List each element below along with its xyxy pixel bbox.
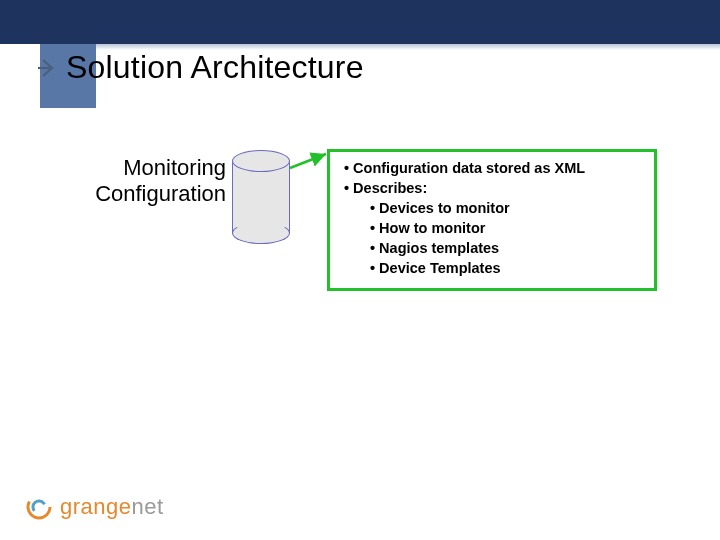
callout-box: Configuration data stored as XML Describ… [327,149,657,291]
cylinder-label-line1: Monitoring [66,155,226,181]
logo-text-primary: grange [60,494,132,519]
header-navy-bar [0,0,720,44]
slide: Solution Architecture Monitoring Configu… [0,0,720,540]
callout-list: Configuration data stored as XML Describ… [338,158,646,278]
cylinder-label-line2: Configuration [66,181,226,207]
logo-text-secondary: net [132,494,164,519]
cylinder-label: Monitoring Configuration [66,155,226,207]
callout-item: Device Templates [338,258,646,278]
svg-line-1 [290,154,326,168]
slide-title: Solution Architecture [66,49,364,86]
logo-swirl-icon [24,492,54,522]
connector-arrow-icon [288,148,332,172]
logo-text: grangenet [60,494,164,520]
callout-item: Describes: [338,178,646,198]
callout-item: How to monitor [338,218,646,238]
callout-item: Nagios templates [338,238,646,258]
svg-point-3 [31,499,48,516]
callout-item: Configuration data stored as XML [338,158,646,178]
brand-logo: grangenet [24,492,164,522]
callout-item: Devices to monitor [338,198,646,218]
database-cylinder-icon [232,150,290,244]
svg-point-2 [28,496,50,518]
